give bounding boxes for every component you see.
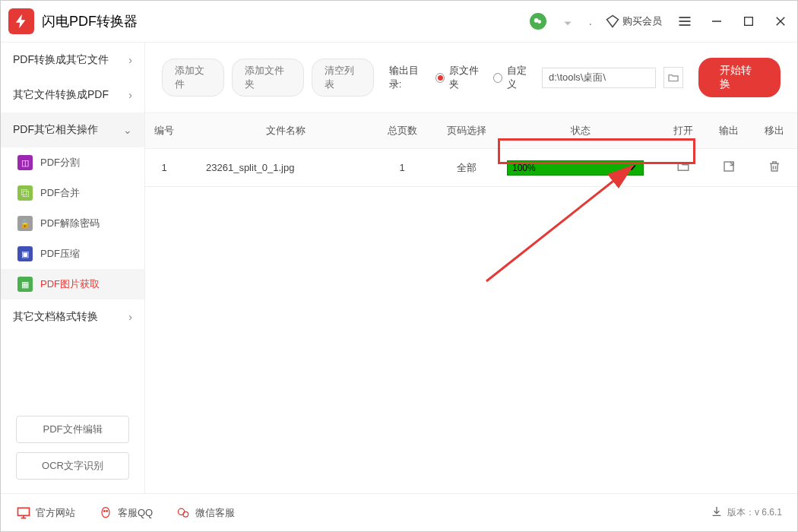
add-folder-button[interactable]: 添加文件夹 [232,59,303,97]
cell-pages: 1 [372,151,432,184]
download-icon[interactable] [711,505,723,520]
th-out: 输出 [706,113,752,148]
radio-on-icon [435,73,445,83]
th-name: 文件名称 [183,113,372,148]
sidebar-item-unlock[interactable]: 🔒 PDF解除密码 [1,208,144,239]
vip-label: 购买会员 [622,14,662,28]
progress-bar: 100% ✔ [507,160,644,176]
minimize-button[interactable] [708,12,726,30]
app-logo [8,8,34,34]
wechat-icon[interactable] [530,13,546,30]
svg-rect-10 [18,508,30,515]
wechat-support-icon [176,505,191,521]
export-button[interactable] [722,164,736,176]
split-icon: ◫ [17,155,33,170]
vip-button[interactable]: 购买会员 [606,14,662,28]
sidebar-group-pdf-ops[interactable]: PDF其它相关操作 ⌄ [1,112,144,147]
sidebar-group-label: 其它文档格式转换 [13,310,98,324]
sidebar-item-label: PDF解除密码 [40,217,100,230]
th-del: 移出 [752,113,797,148]
dot-separator: . [589,14,592,28]
add-file-button[interactable]: 添加文件 [162,59,224,97]
sidebar-item-compress[interactable]: ▣ PDF压缩 [1,239,144,269]
sidebar-group-label: PDF转换成其它文件 [13,53,109,67]
th-id: 编号 [145,113,183,148]
close-button[interactable] [771,12,790,30]
qq-support-link[interactable]: 客服QQ [98,505,153,521]
image-icon: ▦ [17,277,33,292]
sidebar-item-split[interactable]: ◫ PDF分割 [1,147,144,178]
svg-point-15 [106,510,108,511]
sidebar-item-label: PDF图片获取 [40,277,100,291]
lock-icon: 🔒 [17,216,33,231]
svg-point-14 [104,510,106,511]
app-title: 闪电PDF转换器 [42,12,138,30]
th-pages: 总页数 [372,113,432,148]
progress-text: 100% [512,163,536,173]
svg-point-1 [537,20,541,24]
dropdown-icon[interactable] [560,14,575,29]
sidebar-group-doc-convert[interactable]: 其它文档格式转换 › [1,299,144,334]
sidebar-group-pdf-to-other[interactable]: PDF转换成其它文件 › [1,43,144,78]
monitor-icon [16,505,31,521]
sidebar-item-extract-image[interactable]: ▦ PDF图片获取 [1,269,144,299]
chevron-right-icon: › [128,311,132,323]
pdf-edit-button[interactable]: PDF文件编辑 [16,416,129,443]
sidebar-group-label: 其它文件转换成PDF [13,88,109,102]
footer-link-label: 官方网站 [36,506,75,520]
th-status: 状态 [501,113,660,148]
clear-list-button[interactable]: 清空列表 [312,59,374,97]
cell-id: 1 [145,151,183,184]
footer-link-label: 客服QQ [118,506,153,520]
ocr-button[interactable]: OCR文字识别 [16,452,129,480]
sidebar-item-merge[interactable]: ⿻ PDF合并 [1,178,144,208]
compress-icon: ▣ [17,246,33,261]
chevron-down-icon: ⌄ [123,124,132,136]
menu-button[interactable] [676,12,694,30]
merge-icon: ⿻ [17,185,33,201]
radio-label: 原文件夹 [449,64,486,91]
radio-custom-folder[interactable]: 自定义 [493,64,534,91]
sidebar-item-label: PDF压缩 [40,247,80,261]
sidebar-item-label: PDF分割 [40,156,80,169]
radio-label: 自定义 [507,64,534,91]
wechat-support-link[interactable]: 微信客服 [176,505,235,521]
svg-point-17 [183,511,188,517]
qq-icon [98,505,113,521]
radio-off-icon [493,73,502,83]
th-pagesel: 页码选择 [432,113,501,148]
radio-original-folder[interactable]: 原文件夹 [435,64,486,91]
remove-button[interactable] [768,164,781,176]
maximize-button[interactable] [739,12,758,30]
open-folder-button[interactable] [676,164,690,176]
official-site-link[interactable]: 官方网站 [16,505,75,521]
chevron-right-icon: › [128,54,132,66]
sidebar-item-label: PDF合并 [40,186,80,200]
start-convert-button[interactable]: 开始转换 [698,58,781,97]
chevron-right-icon: › [128,89,132,101]
output-dir-label: 输出目录: [389,64,429,91]
version-label: 版本：v 6.6.1 [727,506,782,519]
browse-button[interactable] [663,67,683,88]
cell-filename: 23261_split_0_1.jpg [183,151,372,184]
table-row: 1 23261_split_0_1.jpg 1 全部 100% ✔ [145,149,797,187]
th-open: 打开 [660,113,706,148]
check-icon: ✔ [629,163,637,173]
svg-point-13 [102,507,109,517]
output-path-input[interactable] [542,68,656,88]
footer-link-label: 微信客服 [195,506,235,520]
sidebar-group-label: PDF其它相关操作 [13,123,98,137]
sidebar-group-other-to-pdf[interactable]: 其它文件转换成PDF › [1,78,144,112]
cell-pagesel[interactable]: 全部 [432,150,501,185]
svg-rect-6 [745,17,753,26]
